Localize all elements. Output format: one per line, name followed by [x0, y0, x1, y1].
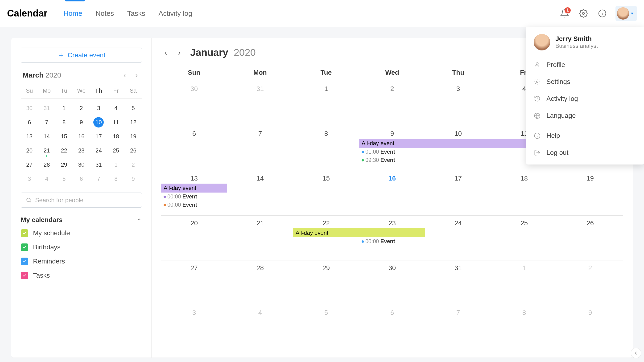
timed-event[interactable]: 09:30Event	[360, 156, 424, 164]
mini-cal-day[interactable]: 2	[72, 101, 90, 115]
mini-cal-day[interactable]: 21	[38, 144, 55, 158]
cal-cell[interactable]: 7	[425, 305, 491, 350]
mini-cal-day[interactable]: 26	[125, 144, 142, 158]
cal-cell[interactable]: 20	[161, 216, 227, 260]
allday-event[interactable]: All-day event	[293, 228, 425, 237]
tab-activity-log[interactable]: Activity log	[158, 8, 192, 19]
mini-cal-day[interactable]: 1	[56, 101, 72, 115]
cal-cell[interactable]: 2300:00Event	[359, 216, 425, 260]
settings-button[interactable]	[578, 8, 589, 19]
cal-cell[interactable]: 31	[227, 81, 293, 126]
mini-cal-prev[interactable]: ‹	[121, 72, 128, 79]
cal-cell[interactable]: 21	[227, 216, 293, 260]
cal-cell[interactable]: 3	[161, 305, 227, 350]
notifications-button[interactable]: 1	[559, 8, 570, 19]
info-button[interactable]	[596, 8, 608, 19]
mini-cal-day[interactable]: 1	[107, 158, 124, 172]
cal-cell[interactable]: 29	[293, 260, 359, 305]
collapse-panel-button[interactable]	[631, 348, 641, 358]
cal-cell[interactable]: 16	[359, 171, 425, 216]
mini-cal-day[interactable]: 11	[107, 115, 124, 130]
cal-cell[interactable]: 7	[227, 126, 293, 171]
mini-cal-day[interactable]: 18	[107, 130, 124, 144]
cal-cell[interactable]: 10	[425, 126, 491, 171]
mini-cal-day[interactable]: 8	[107, 172, 124, 186]
dropdown-item-help[interactable]: Help	[526, 127, 644, 144]
mini-cal-day[interactable]: 6	[72, 172, 90, 186]
cal-next-month[interactable]: ›	[175, 48, 184, 57]
cal-cell[interactable]: 28	[227, 260, 293, 305]
cal-prev-month[interactable]: ‹	[161, 48, 170, 57]
calendar-item[interactable]: Birthdays	[21, 244, 142, 251]
cal-cell[interactable]: 1	[491, 260, 557, 305]
mini-cal-day[interactable]: 7	[38, 115, 55, 130]
mini-cal-day[interactable]: 5	[56, 172, 72, 186]
allday-event[interactable]: All-day event	[161, 184, 227, 192]
calendar-item[interactable]: Reminders	[21, 258, 142, 265]
mini-cal-day[interactable]: 6	[21, 115, 38, 130]
mini-cal-day[interactable]: 31	[90, 158, 107, 172]
cal-cell[interactable]: 26	[557, 216, 623, 260]
mini-cal-day[interactable]: 2	[125, 158, 142, 172]
cal-cell[interactable]: 15	[293, 171, 359, 216]
dropdown-item-logout[interactable]: Log out	[526, 144, 644, 161]
mini-cal-day[interactable]: 29	[56, 158, 72, 172]
tab-tasks[interactable]: Tasks	[127, 8, 146, 19]
search-people[interactable]	[21, 192, 142, 208]
cal-cell[interactable]: 22All-day event	[293, 216, 359, 260]
cal-cell[interactable]: 8	[491, 305, 557, 350]
cal-cell[interactable]: 4	[227, 305, 293, 350]
mini-cal-day[interactable]: 15	[56, 130, 72, 144]
mini-cal-day[interactable]: 31	[38, 101, 55, 115]
mini-cal-day[interactable]: 16	[72, 130, 90, 144]
cal-cell[interactable]: 2	[359, 81, 425, 126]
mini-cal-day[interactable]: 20	[21, 144, 38, 158]
cal-cell[interactable]: 18	[491, 171, 557, 216]
search-input[interactable]	[35, 196, 137, 204]
mini-cal-day[interactable]: 30	[21, 101, 38, 115]
mini-cal-day[interactable]: 22	[56, 144, 72, 158]
timed-event[interactable]: 00:00Event	[162, 192, 226, 201]
mini-cal-day[interactable]: 14	[38, 130, 55, 144]
dropdown-item-settings[interactable]: Settings	[526, 73, 644, 90]
cal-cell[interactable]: 1	[293, 81, 359, 126]
cal-cell[interactable]: 24	[425, 216, 491, 260]
mini-cal-day[interactable]: 30	[72, 158, 90, 172]
cal-cell[interactable]: 9All-day event01:00Event09:30Event	[359, 126, 425, 171]
timed-event[interactable]: 00:00Event	[162, 201, 226, 209]
cal-cell[interactable]: 5	[293, 305, 359, 350]
mini-cal-day[interactable]: 4	[107, 101, 124, 115]
dropdown-item-language[interactable]: Language	[526, 107, 644, 124]
mini-cal-day[interactable]: 12	[125, 115, 142, 130]
mini-cal-day[interactable]: 13	[21, 130, 38, 144]
calendar-item[interactable]: Tasks	[21, 272, 142, 279]
mini-cal-day[interactable]: 3	[21, 172, 38, 186]
mini-cal-day[interactable]: 8	[56, 115, 72, 130]
cal-cell[interactable]: 6	[161, 126, 227, 171]
mini-cal-day[interactable]: 3	[90, 101, 107, 115]
tab-home[interactable]: Home	[64, 8, 82, 19]
dropdown-item-profile[interactable]: Profile	[526, 56, 644, 73]
cal-cell[interactable]: 30	[359, 260, 425, 305]
dropdown-item-activity-log[interactable]: Activity log	[526, 90, 644, 107]
cal-cell[interactable]: 27	[161, 260, 227, 305]
cal-cell[interactable]: 19	[557, 171, 623, 216]
timed-event[interactable]: 01:00Event	[360, 148, 424, 156]
mini-cal-day[interactable]: 5	[125, 101, 142, 115]
cal-cell[interactable]: 6	[359, 305, 425, 350]
mini-cal-day[interactable]: 25	[107, 144, 124, 158]
cal-cell[interactable]: 25	[491, 216, 557, 260]
mini-cal-day[interactable]: 28	[38, 158, 55, 172]
mini-cal-day[interactable]: 9	[125, 172, 142, 186]
cal-cell[interactable]: 14	[227, 171, 293, 216]
tab-notes[interactable]: Notes	[96, 8, 114, 19]
cal-cell[interactable]: 9	[557, 305, 623, 350]
cal-cell[interactable]: 3	[425, 81, 491, 126]
mini-cal-day[interactable]: 7	[90, 172, 107, 186]
calendar-item[interactable]: My schedule	[21, 229, 142, 237]
cal-cell[interactable]: 13All-day event00:00Event00:00Event	[161, 171, 227, 216]
timed-event[interactable]: 00:00Event	[360, 237, 424, 246]
mini-cal-day[interactable]: 9	[72, 115, 90, 130]
mini-cal-day[interactable]: 27	[21, 158, 38, 172]
mini-cal-day[interactable]: 23	[72, 144, 90, 158]
